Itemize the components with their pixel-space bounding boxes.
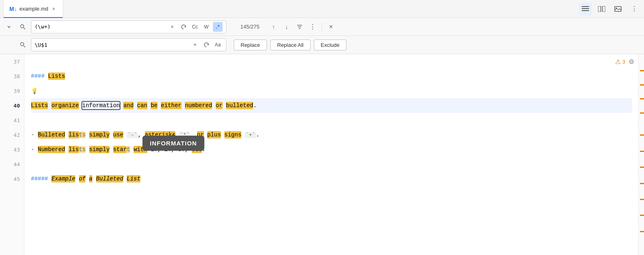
hl-use: use: [113, 131, 123, 138]
replace-button[interactable]: Replace: [234, 40, 267, 51]
code-line-39: 💡: [31, 84, 632, 98]
hl-simply: simply: [89, 131, 110, 138]
divider: [322, 23, 322, 31]
hl-etc: etc: [192, 146, 202, 153]
hl-lists-42: lis: [68, 131, 79, 138]
find-input[interactable]: [35, 24, 166, 30]
hl-can: can: [137, 102, 147, 109]
code-line-37: [31, 54, 632, 69]
scroll-mark-5: [640, 134, 644, 136]
italic-example: Example: [51, 176, 79, 182]
bullet-dash-43: -: [31, 146, 38, 153]
file-tab[interactable]: M↓ example.md ×: [3, 0, 63, 18]
line-num-44: 44: [0, 157, 24, 171]
scroll-mark-2: [640, 84, 644, 86]
find-regex-button[interactable]: .*: [213, 22, 223, 32]
tab-close-button[interactable]: ×: [50, 5, 57, 13]
scrollbar-indicators[interactable]: [638, 54, 644, 255]
replace-search-icon: [17, 39, 28, 51]
line-num-38: 38: [0, 69, 24, 84]
replace-input[interactable]: [35, 42, 188, 48]
code-line-41: [31, 113, 632, 128]
code-star: `*`: [179, 132, 190, 138]
line-num-42: 42: [0, 128, 24, 142]
hl-and: and: [123, 102, 134, 109]
code-plus: `+`: [245, 132, 256, 138]
more-options-button[interactable]: ⋮: [628, 2, 641, 15]
image-view-button[interactable]: [611, 2, 624, 15]
hl-Bulleted: Bulleted: [38, 131, 65, 138]
hl-organize: organize: [51, 102, 79, 109]
hl-or: or: [216, 102, 223, 109]
word-icon: W: [204, 24, 208, 30]
find-regex-history-button[interactable]: [179, 22, 188, 32]
hl-be: be: [151, 102, 158, 109]
split-view-button[interactable]: [595, 2, 608, 15]
replace-history-button[interactable]: [202, 40, 211, 50]
find-case-button[interactable]: Cc: [190, 22, 200, 32]
code-line-42: - Bulleted lists simply use `-`, asteris…: [31, 128, 632, 142]
find-close-button[interactable]: ×: [325, 21, 337, 33]
scroll-mark-8: [640, 183, 644, 184]
hl-simply-43: simply: [89, 146, 110, 153]
scroll-mark-1: [640, 70, 644, 71]
replace-all-button[interactable]: Replace All: [270, 40, 311, 51]
code-line-44: [31, 157, 632, 171]
hl-either: either: [161, 102, 181, 109]
layout-button[interactable]: [579, 2, 592, 15]
replace-input-container: × Aa: [31, 38, 226, 51]
hl-asterisks: asterisks: [145, 131, 176, 138]
scroll-mark-6: [640, 151, 644, 152]
replace-clear-button[interactable]: ×: [190, 40, 200, 50]
hl-Numbered: Numbered: [38, 146, 65, 153]
find-prev-button[interactable]: ↑: [268, 21, 279, 33]
find-next-button[interactable]: ↓: [281, 21, 292, 33]
warning-badge: ⚠ 3 ⚙: [615, 54, 636, 69]
line-num-37: 37: [0, 54, 24, 69]
scroll-mark-7: [640, 167, 644, 168]
hl-Example: Example: [51, 175, 75, 182]
hl-lists-43: lis: [68, 146, 79, 153]
filter-button[interactable]: [294, 21, 305, 33]
collapse-button[interactable]: [3, 21, 15, 33]
svg-line-10: [24, 46, 25, 47]
tab-bar: M↓ example.md × ⋮: [0, 0, 644, 18]
hl-t-43: t: [127, 146, 130, 153]
exclude-button[interactable]: Exclude: [314, 40, 346, 51]
editor-area: 37 38 39 40 41 42 43 44 45 #### Lists 💡 …: [0, 54, 644, 255]
svg-line-8: [24, 28, 25, 29]
svg-point-9: [21, 43, 24, 46]
hl-plus: plus: [207, 131, 221, 138]
case-toggle-icon: Aa: [215, 42, 221, 48]
svg-rect-3: [598, 6, 601, 12]
svg-rect-0: [582, 6, 589, 7]
find-search-icon: [17, 21, 28, 33]
svg-rect-1: [582, 8, 589, 9]
hl-a: a: [89, 175, 92, 182]
hl-with: with: [134, 146, 147, 153]
scroll-mark-11: [640, 231, 644, 232]
settings-button[interactable]: ⚙: [627, 57, 636, 66]
hl-star-43: star: [113, 146, 127, 153]
bullet-dash-42: -: [31, 132, 38, 138]
hl-numbered: numbered: [185, 102, 212, 109]
find-input-container: × Cc W .*: [31, 20, 226, 33]
find-more-button[interactable]: ⋮: [307, 21, 318, 33]
editor-content[interactable]: #### Lists 💡 Lists organize information …: [24, 54, 638, 255]
svg-rect-4: [602, 6, 605, 12]
toolbar-right: ⋮: [579, 2, 641, 15]
heading-hash: ####: [31, 73, 48, 79]
replace-case-toggle-button[interactable]: Aa: [213, 40, 223, 50]
find-clear-button[interactable]: ×: [167, 22, 177, 32]
regex-icon: .*: [216, 24, 219, 30]
code-line-45: ##### Example of a Bulleted List: [31, 171, 632, 186]
svg-point-7: [21, 24, 24, 28]
code-line-38: #### Lists: [31, 69, 632, 84]
find-replace-bar: × Cc W .* 145/275 ↑ ↓: [0, 18, 644, 54]
find-word-button[interactable]: W: [202, 22, 211, 32]
markdown-icon: M↓: [9, 6, 17, 12]
find-row: × Cc W .* 145/275 ↑ ↓: [0, 18, 644, 36]
warning-count: 3: [622, 59, 625, 65]
hl-or-42: or: [197, 131, 204, 138]
scroll-mark-4: [640, 112, 644, 114]
